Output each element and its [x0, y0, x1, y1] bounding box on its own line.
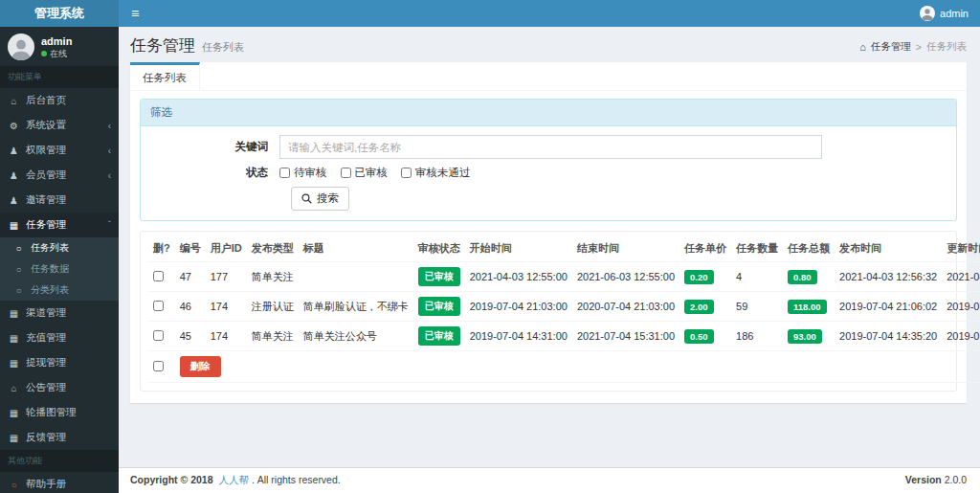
page-subtitle: 任务列表	[202, 40, 244, 55]
sidebar-item-channels[interactable]: ▦ 渠道管理	[0, 301, 119, 325]
row-select-checkbox[interactable]	[153, 301, 164, 311]
cell-id: 47	[175, 262, 206, 292]
sidebar-item-carousel[interactable]: ▦ 轮播图管理	[0, 400, 119, 425]
task-table: 删? 编号 用户ID 发布类型 标题 审核状态 开始时间 结束时间 任务单价 任…	[148, 235, 980, 383]
cell-title	[299, 262, 413, 292]
col-header-status: 审核状态	[413, 235, 465, 262]
sidebar-item-task-list[interactable]: ○ 任务列表	[0, 237, 119, 258]
sidebar-toggle-icon[interactable]: ≡	[119, 0, 151, 27]
cell-title: 简单关注公众号	[299, 322, 413, 351]
breadcrumb-tasks[interactable]: 任务管理	[871, 40, 911, 54]
dashboard-icon: ▦	[8, 433, 20, 443]
cell-quantity: 186	[731, 322, 783, 351]
users-icon: ♟	[8, 170, 20, 181]
dashboard-icon: ▦	[8, 358, 20, 369]
cell-type: 简单关注	[247, 322, 299, 351]
online-dot-icon	[41, 51, 47, 56]
circle-o-icon: ○	[12, 264, 25, 275]
cell-quantity: 4	[731, 262, 783, 292]
row-select-checkbox[interactable]	[153, 330, 164, 341]
table-header-row: 删? 编号 用户ID 发布类型 标题 审核状态 开始时间 结束时间 任务单价 任…	[148, 235, 980, 262]
delete-button[interactable]: 删除	[180, 356, 221, 377]
chevron-left-icon: ‹	[108, 170, 111, 181]
sidebar-item-invitations[interactable]: ♟ 邀请管理	[0, 188, 119, 213]
sidebar-section-main: 功能菜单	[0, 66, 119, 88]
status-badge: 已审核	[418, 267, 460, 286]
cell-id: 46	[175, 292, 206, 322]
filter-panel-header[interactable]: 筛选	[141, 100, 956, 126]
bulk-delete-row: 删除	[148, 351, 980, 383]
checkbox[interactable]	[341, 168, 351, 178]
search-button[interactable]: 搜索	[291, 187, 349, 211]
search-icon	[301, 193, 312, 204]
cell-update-time: 2019-07-05 11:25:45	[942, 292, 980, 322]
cell-title: 简单刷脸认证，不绑卡	[299, 292, 413, 322]
sidebar-item-feedback[interactable]: ▦ 反馈管理	[0, 425, 119, 450]
checkbox[interactable]	[401, 168, 412, 178]
cell-start-time: 2021-04-03 12:55:00	[465, 262, 572, 292]
status-checkbox-approved[interactable]: 已审核	[341, 166, 389, 180]
sidebar-item-members[interactable]: ♟ 会员管理 ‹	[0, 163, 119, 188]
chevron-down-icon: ˇ	[108, 220, 111, 231]
users-icon: ♟	[8, 146, 20, 156]
select-all-checkbox[interactable]	[153, 361, 164, 371]
cell-publish-time: 2021-04-03 12:56:32	[835, 262, 942, 292]
col-header-type: 发布类型	[247, 235, 299, 262]
sidebar-item-task-data[interactable]: ○ 任务数据	[0, 258, 119, 280]
price-badge: 0.50	[684, 329, 714, 344]
tab-bar: 任务列表	[130, 62, 967, 91]
sidebar-section-other: 其他功能	[0, 450, 119, 472]
dashboard-icon: ▦	[8, 308, 20, 319]
sidebar-item-category-list[interactable]: ○ 分类列表	[0, 280, 119, 301]
avatar	[8, 34, 34, 60]
cell-publish-time: 2019-07-04 21:06:02	[835, 292, 942, 322]
status-badge: 已审核	[418, 326, 460, 346]
tasks-submenu: ○ 任务列表 ○ 任务数据 ○ 分类列表	[0, 237, 119, 301]
cell-user-id: 174	[206, 322, 247, 351]
status-checkbox-rejected[interactable]: 审核未通过	[401, 166, 471, 180]
tasks-icon: ▦	[8, 220, 20, 231]
cell-id: 45	[175, 322, 206, 351]
sidebar-username: admin	[41, 34, 72, 49]
col-header-total: 任务总额	[783, 235, 835, 262]
col-header-update-time: 更新时间	[942, 235, 980, 262]
task-table-container: 删? 编号 用户ID 发布类型 标题 审核状态 开始时间 结束时间 任务单价 任…	[140, 231, 957, 392]
sidebar-item-home[interactable]: ⌂ 后台首页	[0, 88, 119, 113]
cell-update-time: 2019-07-04 14:38:52	[942, 322, 980, 351]
home-icon: ⌂	[8, 383, 20, 393]
status-checkbox-pending[interactable]: 待审核	[279, 166, 327, 180]
col-header-title: 标题	[299, 235, 413, 262]
sidebar-item-tasks[interactable]: ▦ 任务管理 ˇ	[0, 213, 119, 237]
gear-icon: ⚙	[8, 121, 20, 131]
sidebar-item-permissions[interactable]: ♟ 权限管理 ‹	[0, 138, 119, 163]
status-label: 状态	[150, 166, 279, 180]
rights-text: . All rights reserved.	[252, 474, 341, 485]
checkbox[interactable]	[279, 168, 290, 178]
price-badge: 0.20	[684, 270, 714, 284]
row-select-checkbox[interactable]	[153, 271, 164, 281]
total-badge: 118.00	[788, 300, 827, 314]
keyword-label: 关键词	[150, 140, 279, 154]
cell-update-time: 2021-04-03 12:57:06	[942, 262, 980, 292]
sidebar-item-withdrawals[interactable]: ▦ 提现管理	[0, 350, 119, 375]
keyword-input[interactable]	[279, 135, 822, 159]
col-header-delete: 删?	[148, 235, 175, 262]
sidebar-item-announcements[interactable]: ⌂ 公告管理	[0, 375, 119, 400]
sidebar-item-recharge[interactable]: ▦ 充值管理	[0, 325, 119, 350]
page-footer: Copyright © 2018 人人帮. All rights reserve…	[119, 467, 980, 493]
brand-link[interactable]: 人人帮	[218, 474, 249, 485]
status-badge: 已审核	[418, 297, 460, 316]
table-row: 45 174 简单关注 简单关注公众号 已审核 2019-07-04 14:31…	[148, 322, 980, 351]
dashboard-icon: ▦	[8, 408, 20, 418]
main-content: 任务管理 任务列表 ⌂ 任务管理 > 任务列表 任务列表 筛选 关键词	[119, 27, 980, 493]
breadcrumb-separator: >	[916, 41, 922, 53]
sidebar-item-help-manual[interactable]: ○ 帮助手册	[0, 472, 119, 493]
col-header-start-time: 开始时间	[465, 235, 572, 262]
table-row: 47 177 简单关注 已审核 2021-04-03 12:55:00 2021…	[148, 262, 980, 292]
home-icon: ⌂	[8, 96, 20, 106]
navbar-user-menu[interactable]: admin	[920, 6, 980, 21]
tab-task-list[interactable]: 任务列表	[130, 62, 200, 90]
sidebar-item-system-settings[interactable]: ⚙ 系统设置 ‹	[0, 113, 119, 138]
col-header-unit-price: 任务单价	[679, 235, 731, 262]
app-logo[interactable]: 管理系统	[0, 0, 119, 27]
